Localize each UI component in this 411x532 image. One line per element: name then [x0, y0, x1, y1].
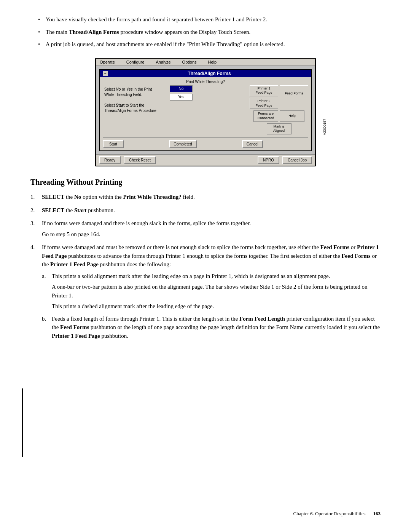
- dialog-title: Thread/Align Forms: [110, 71, 308, 76]
- completed-button[interactable]: Completed: [169, 140, 196, 148]
- mark-aligned-button[interactable]: Mark isAligned: [267, 123, 292, 134]
- taskbar: Ready Check Reset NPRO Cancel Job: [96, 154, 315, 166]
- dialog-titlebar: − Thread/Align Forms: [100, 70, 311, 77]
- printer1-feed-page-button[interactable]: Printer 1Feed Page: [250, 85, 278, 96]
- cancel-job-button[interactable]: Cancel Job: [282, 156, 312, 164]
- bullet-1: You have visually checked the forms path…: [38, 15, 381, 24]
- cancel-button[interactable]: Cancel: [242, 140, 263, 148]
- menu-configure[interactable]: Configure: [126, 60, 145, 64]
- radio-no[interactable]: No: [170, 85, 193, 92]
- menu-operate[interactable]: Operate: [100, 60, 115, 64]
- forms-connected-button[interactable]: Forms areConnected: [253, 110, 278, 121]
- left-instructions: Select No or Yes in the Print While Thre…: [103, 85, 164, 135]
- intro-bullets: You have visually checked the forms path…: [30, 15, 381, 49]
- check-reset-button[interactable]: Check Reset: [124, 156, 156, 164]
- menu-help[interactable]: Help: [208, 60, 217, 64]
- print-while-label: Print While Threading?: [103, 80, 308, 84]
- bullet-2: The main Thread/Align Forms procedure wi…: [38, 28, 381, 37]
- dialog-window: − Thread/Align Forms Print While Threadi…: [99, 69, 312, 152]
- help-button[interactable]: Help: [280, 110, 304, 121]
- page-number: 163: [373, 511, 381, 517]
- bottom-buttons: Start Completed Cancel Forms areConnecte…: [103, 137, 308, 148]
- menu-bar: Operate Configure Analyze Options Help: [96, 59, 315, 66]
- sub-step-a: This prints a solid alignment mark after…: [42, 272, 381, 311]
- ready-button[interactable]: Ready: [99, 156, 121, 164]
- radio-yes[interactable]: Yes: [170, 94, 193, 101]
- feed-forms-button[interactable]: Feed Forms: [280, 85, 308, 101]
- vertical-label: A23O0157: [323, 119, 327, 135]
- start-button[interactable]: Start: [103, 140, 124, 148]
- step-1: SELECT the No option within the Print Wh…: [30, 193, 381, 201]
- change-bar-1: [22, 388, 23, 457]
- page-footer: Chapter 6. Operator Responsibilities 163: [0, 511, 411, 517]
- sub-list-step4: This prints a solid alignment mark after…: [42, 272, 381, 340]
- chapter-label: Chapter 6. Operator Responsibilities: [293, 511, 366, 517]
- step-3: If no forms were damaged and there is en…: [30, 219, 381, 238]
- step-2: SELECT the Start pushbutton.: [30, 206, 381, 215]
- dialog-body: Print While Threading? Select No or Yes …: [100, 77, 311, 151]
- steps-list: SELECT the No option within the Print Wh…: [30, 193, 381, 340]
- step-4: If forms were damaged and must be remove…: [30, 243, 381, 340]
- minimize-button[interactable]: −: [103, 71, 108, 76]
- menu-analyze[interactable]: Analyze: [156, 60, 170, 64]
- dialog-content: Select No or Yes in the Print While Thre…: [103, 85, 308, 135]
- npro-button[interactable]: NPRO: [258, 156, 279, 164]
- section-heading: Threading Without Printing: [30, 178, 381, 187]
- sub-step-b: Feeds a fixed length of forms through Pr…: [42, 315, 381, 340]
- bullet-3: A print job is queued, and host attachme…: [38, 40, 381, 49]
- screenshot-container: Operate Configure Analyze Options Help −…: [95, 58, 316, 167]
- printer2-feed-page-button[interactable]: Printer 2Feed Page: [250, 98, 278, 109]
- menu-options[interactable]: Options: [182, 60, 197, 64]
- center-section: No Yes: [166, 85, 196, 135]
